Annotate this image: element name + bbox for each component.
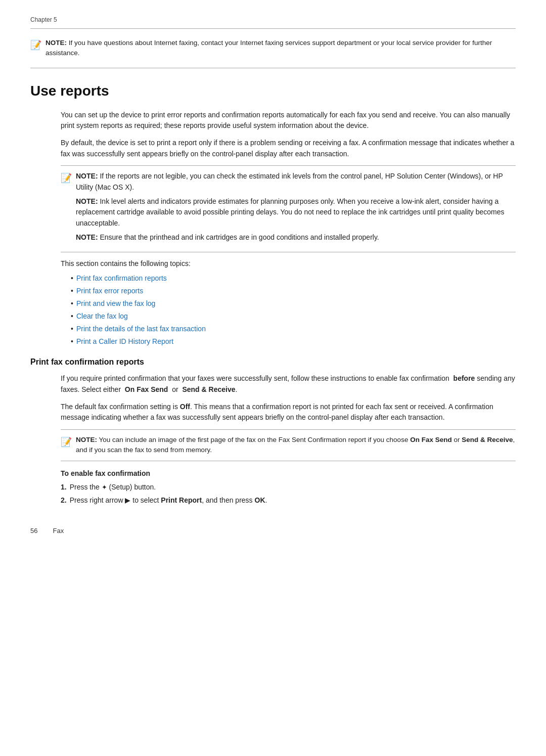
step-2-end: , and then press: [202, 496, 252, 504]
section-title: Use reports: [30, 80, 516, 102]
note-3-text: NOTE: Ensure that the printhead and ink …: [76, 232, 516, 243]
note-3-span: Ensure that the printhead and ink cartri…: [100, 233, 379, 241]
top-divider: [30, 28, 516, 29]
note-2-bold: NOTE:: [76, 197, 98, 205]
subsection-note-text: NOTE: You can include an image of the fi…: [76, 435, 516, 456]
list-item: Print fax error reports: [71, 286, 516, 296]
subsection-note-or: or: [453, 436, 460, 443]
top-note-text: NOTE: If you have questions about Intern…: [46, 38, 516, 59]
note-3-bold: NOTE:: [76, 233, 98, 241]
subsection-note-send-receive: Send & Receive: [462, 436, 513, 443]
step-2-period: .: [265, 496, 267, 504]
procedure-title: To enable fax confirmation: [61, 468, 516, 479]
subsection-note-section: 📝 NOTE: You can include an image of the …: [61, 429, 516, 461]
subsection-1-title: Print fax confirmation reports: [30, 356, 516, 368]
page-footer: 56 Fax: [30, 526, 516, 536]
procedure-step-1: 1. Press the ✦ (Setup) button.: [61, 482, 516, 493]
topic-link-1[interactable]: Print fax confirmation reports: [76, 273, 167, 284]
note-icon-top: 📝: [30, 38, 41, 52]
step-1-text: Press the ✦ (Setup) button.: [70, 482, 156, 493]
subsection-1-para2: The default fax confirmation setting is …: [61, 402, 516, 423]
note-2-span: Ink level alerts and indicators provide …: [76, 197, 505, 227]
subsection-1-para1-start: If you require printed confirmation that…: [61, 374, 449, 382]
notes-section: 📝 NOTE: If the reports are not legible, …: [61, 165, 516, 252]
top-note-content: If you have questions about Internet fax…: [46, 39, 492, 57]
send-receive-bold: Send & Receive: [182, 385, 235, 393]
list-item: Clear the fax log: [71, 311, 516, 322]
note-1-bold: NOTE:: [76, 172, 98, 180]
step-2-start: Press right arrow: [70, 496, 123, 504]
note-1-row: 📝 NOTE: If the reports are not legible, …: [61, 171, 516, 247]
note-bold-top: NOTE:: [46, 39, 67, 47]
list-item: Print the details of the last fax transa…: [71, 324, 516, 334]
subsection-note-on-fax: On Fax Send: [410, 436, 452, 443]
topic-link-4[interactable]: Clear the fax log: [76, 311, 128, 322]
note-1-span: If the reports are not legible, you can …: [76, 172, 503, 191]
page-number: 56: [30, 526, 37, 536]
topics-intro: This section contains the following topi…: [61, 258, 516, 269]
subsection-1-para2-start: The default fax confirmation setting is: [61, 403, 178, 411]
list-item: Print a Caller ID History Report: [71, 336, 516, 347]
step-1-end: (Setup) button.: [109, 483, 156, 491]
list-item: Print and view the fax log: [71, 298, 516, 309]
subsection-1-para1-bold: before: [453, 374, 475, 382]
note-icon-subsection: 📝: [61, 435, 72, 449]
step-2-middle: to select: [132, 496, 159, 504]
topics-list: Print fax confirmation reports Print fax…: [71, 273, 516, 347]
step-2-text: Press right arrow ▶ to select Print Repo…: [70, 495, 267, 506]
footer-section: Fax: [53, 526, 64, 536]
section-para-2: By default, the device is set to print a…: [61, 138, 516, 159]
step-2-num: 2.: [61, 495, 67, 506]
step-1-start: Press the: [70, 483, 100, 491]
section-para-1: You can set up the device to print error…: [61, 110, 516, 131]
topic-link-6[interactable]: Print a Caller ID History Report: [76, 336, 173, 347]
subsection-1-para1: If you require printed confirmation that…: [61, 373, 516, 395]
step-2-bold: Print Report: [161, 496, 202, 504]
bottom-divider-1: [30, 68, 516, 68]
note-2-text: NOTE: Ink level alerts and indicators pr…: [76, 196, 516, 229]
note-icon-1: 📝: [61, 171, 72, 185]
chapter-label: Chapter 5: [30, 15, 516, 24]
topic-link-2[interactable]: Print fax error reports: [76, 286, 143, 296]
or-text: or: [172, 385, 178, 393]
right-arrow-icon: ▶: [125, 496, 130, 504]
top-note-box: 📝 NOTE: If you have questions about Inte…: [30, 34, 516, 63]
note-1-text: NOTE: If the reports are not legible, yo…: [76, 171, 516, 193]
subsection-note-row: 📝 NOTE: You can include an image of the …: [61, 435, 516, 456]
setup-icon: ✦: [102, 482, 107, 493]
procedure-step-2: 2. Press right arrow ▶ to select Print R…: [61, 495, 516, 506]
subsection-note-content: You can include an image of the first pa…: [99, 436, 408, 443]
note-1-content: NOTE: If the reports are not legible, yo…: [76, 171, 516, 243]
step-1-num: 1.: [61, 482, 67, 493]
list-item: Print fax confirmation reports: [71, 273, 516, 284]
procedure-list: 1. Press the ✦ (Setup) button. 2. Press …: [61, 482, 516, 506]
subsection-note-bold: NOTE:: [76, 436, 97, 443]
off-bold: Off: [180, 403, 190, 411]
on-fax-send-bold: On Fax Send: [125, 385, 168, 393]
topic-link-3[interactable]: Print and view the fax log: [76, 298, 155, 309]
step-2-ok: OK: [255, 496, 265, 504]
topic-link-5[interactable]: Print the details of the last fax transa…: [76, 324, 206, 334]
